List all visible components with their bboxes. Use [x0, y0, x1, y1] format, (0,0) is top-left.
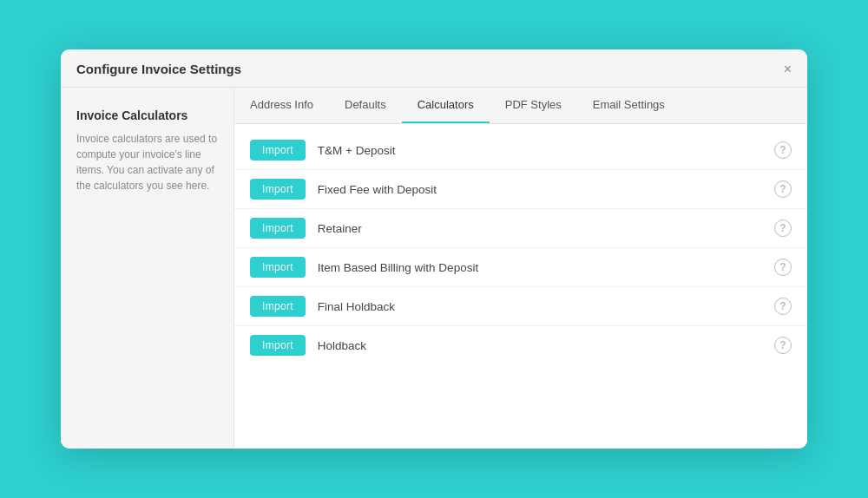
- tab-defaults[interactable]: Defaults: [329, 88, 402, 123]
- table-row: ImportT&M + Deposit?: [234, 131, 807, 170]
- tab-address-info[interactable]: Address Info: [234, 88, 329, 123]
- tab-pdf-styles[interactable]: PDF Styles: [490, 88, 577, 123]
- main-content: Address InfoDefaultsCalculatorsPDF Style…: [234, 88, 807, 449]
- import-button-0[interactable]: Import: [250, 140, 306, 161]
- table-row: ImportFinal Holdback?: [234, 287, 807, 326]
- import-button-3[interactable]: Import: [250, 257, 306, 278]
- help-icon-3[interactable]: ?: [774, 259, 792, 276]
- tab-bar: Address InfoDefaultsCalculatorsPDF Style…: [234, 88, 807, 124]
- import-button-1[interactable]: Import: [250, 179, 306, 200]
- import-button-4[interactable]: Import: [250, 296, 306, 317]
- help-icon-0[interactable]: ?: [774, 141, 792, 159]
- calculator-label-5: Holdback: [318, 339, 762, 352]
- tab-email-settings[interactable]: Email Settings: [577, 88, 681, 123]
- tab-calculators[interactable]: Calculators: [402, 88, 490, 123]
- close-button[interactable]: ×: [784, 62, 792, 87]
- sidebar: Invoice Calculators Invoice calculators …: [61, 88, 234, 449]
- calculator-label-3: Item Based Billing with Deposit: [318, 261, 762, 274]
- calculator-list: ImportT&M + Deposit?ImportFixed Fee with…: [234, 124, 807, 449]
- calculator-label-2: Retainer: [318, 222, 762, 235]
- modal-body: Invoice Calculators Invoice calculators …: [61, 88, 807, 449]
- modal-header: Configure Invoice Settings ×: [61, 49, 807, 88]
- table-row: ImportFixed Fee with Deposit?: [234, 170, 807, 209]
- import-button-2[interactable]: Import: [250, 218, 306, 239]
- calculator-label-1: Fixed Fee with Deposit: [318, 183, 762, 196]
- calculator-label-4: Final Holdback: [318, 300, 762, 313]
- configure-invoice-modal: Configure Invoice Settings × Invoice Cal…: [61, 49, 807, 449]
- modal-title: Configure Invoice Settings: [76, 62, 241, 87]
- table-row: ImportItem Based Billing with Deposit?: [234, 248, 807, 287]
- help-icon-2[interactable]: ?: [774, 220, 792, 237]
- table-row: ImportHoldback?: [234, 326, 807, 364]
- table-row: ImportRetainer?: [234, 209, 807, 248]
- help-icon-5[interactable]: ?: [774, 337, 792, 354]
- sidebar-description: Invoice calculators are used to compute …: [76, 131, 218, 193]
- sidebar-heading: Invoice Calculators: [76, 108, 218, 122]
- help-icon-4[interactable]: ?: [774, 298, 792, 315]
- help-icon-1[interactable]: ?: [774, 180, 792, 198]
- import-button-5[interactable]: Import: [250, 335, 306, 356]
- calculator-label-0: T&M + Deposit: [318, 144, 762, 157]
